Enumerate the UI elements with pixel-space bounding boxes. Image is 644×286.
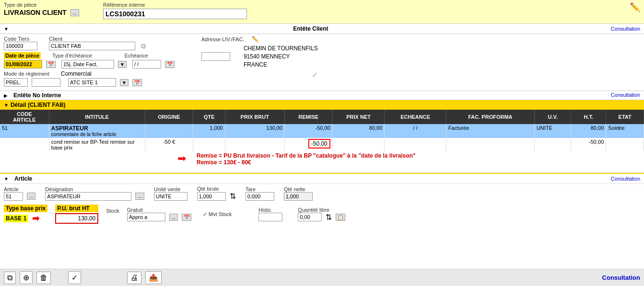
histo-input[interactable] — [258, 213, 282, 221]
entete-no-interne-bar: ▶ Entête No Interne Consultation — [0, 91, 644, 100]
adresse-code-input[interactable] — [201, 52, 230, 61]
calendar-btn[interactable]: 📅 — [46, 61, 56, 68]
pencil-icon: ✏️ — [252, 36, 259, 43]
check-circle-icon: ✓ — [201, 70, 318, 80]
row1-origine — [145, 124, 193, 138]
ref-interne-label: Référence interne — [103, 2, 247, 8]
entete-client-triangle: ▼ — [4, 26, 9, 32]
row2-intitule: cond remise sur BP-Test remise sur base … — [49, 138, 145, 151]
atc-btn[interactable]: ▼ — [120, 79, 129, 86]
adresse-line3: FRANCE — [244, 61, 318, 69]
bottom-consultation: Consultation — [602, 274, 640, 281]
col-echeance: ECHEANCE — [385, 110, 446, 124]
date-piece-input[interactable] — [4, 60, 42, 69]
add-btn[interactable]: ⊕ — [20, 271, 33, 284]
client-input[interactable] — [49, 42, 135, 50]
gratuit-label: Gratuit — [127, 207, 191, 213]
detail-header: ▼ Détail (CLIENT FAB) — [0, 100, 644, 110]
row1-code: 51 — [0, 124, 49, 138]
detail-row-1[interactable]: 51 ASPIRATEUR commentaire de la fiche ar… — [0, 124, 644, 138]
row2-uv — [534, 138, 571, 151]
print-btn[interactable]: 🖨 — [127, 272, 141, 284]
qte-nette-label: Qté nette — [284, 186, 313, 192]
article-fields-row2: Type base prix BASE 1 ➡ P.U. brut HT Sto… — [0, 203, 644, 226]
copy-btn[interactable]: ⧉ — [4, 272, 16, 284]
echeance-cal-btn[interactable]: 📅 — [165, 61, 175, 68]
check-btn[interactable]: ✓ — [68, 271, 81, 284]
atc-input[interactable] — [68, 78, 116, 87]
col-fac-proforma: FAC. PROFORMA — [446, 110, 534, 124]
edit-icon: ✏️ — [630, 2, 640, 12]
export-btn[interactable]: 📤 — [145, 271, 162, 284]
adresse-box: CHEMIN DE TOURNENFILS 91540 MENNECY FRAN… — [244, 45, 318, 69]
type-base-prix-label: Type base prix — [4, 205, 47, 212]
entete-no-interne-title: Entête No Interne — [13, 92, 61, 99]
red-arrow-article: ➡ — [32, 213, 39, 224]
type-base-prix-value: BASE 1 — [4, 215, 28, 222]
qte-nette-input — [284, 192, 313, 201]
ref-interne-input[interactable] — [103, 9, 247, 19]
gratuit-input[interactable] — [127, 213, 165, 221]
type-echeance-label: Type d'échéance — [52, 53, 92, 58]
article-btn[interactable]: ... — [27, 193, 35, 200]
detail-table: CODEARTICLE INTITULE ORIGINE QTE PRIX BR… — [0, 110, 644, 151]
detail-title: Détail (CLIENT FAB) — [11, 102, 66, 108]
article-header: ▼ Article Consultation — [0, 174, 644, 184]
annotation-area: ➡ Remise = PU Brut livraison - Tarif de … — [0, 151, 644, 173]
qte-libre-spinner[interactable]: ⇅ — [326, 213, 332, 222]
article-input[interactable] — [4, 192, 23, 201]
remise-red-box: -50,00 — [308, 139, 330, 149]
detail-table-container: CODEARTICLE INTITULE ORIGINE QTE PRIX BR… — [0, 110, 644, 151]
qte-brute-input[interactable] — [197, 192, 226, 201]
type-echeance-input[interactable] — [61, 60, 114, 69]
entete-no-interne-consultation[interactable]: Consultation — [611, 92, 640, 99]
tare-input[interactable] — [246, 192, 274, 201]
gratuit-cal-btn[interactable]: 📅 — [182, 214, 191, 221]
row1-intitule: ASPIRATEUR commentaire de la fiche artic… — [49, 124, 145, 138]
col-intitule: INTITULE — [49, 110, 145, 124]
echeance-input[interactable] — [132, 60, 161, 69]
article-triangle: ▼ — [4, 176, 9, 182]
row1-remise: -50,00 — [284, 124, 332, 138]
col-uv: U.V. — [534, 110, 571, 124]
article-fields-row1: Article ... Désignation ... Unité vente … — [0, 184, 644, 203]
col-prix-net: PRIX NET — [332, 110, 385, 124]
article-title: Article — [14, 175, 32, 182]
stock-value — [106, 214, 119, 220]
row2-qte — [193, 138, 225, 151]
code-tiers-label: Code Tiers — [4, 36, 37, 42]
prel-input[interactable] — [4, 78, 28, 87]
col-qte: QTE — [193, 110, 225, 124]
qte-libre-btn[interactable]: 📋 — [336, 214, 345, 221]
unite-vente-input[interactable] — [154, 192, 187, 201]
article-label: Article — [4, 186, 35, 192]
histo-label: Histo. — [258, 207, 282, 213]
delete-btn[interactable]: 🗑 — [36, 272, 51, 284]
detail-row-2[interactable]: cond remise sur BP-Test remise sur base … — [0, 138, 644, 151]
code-tiers-input[interactable] — [4, 42, 37, 50]
atc-cal-btn[interactable]: 📅 — [132, 79, 142, 86]
row2-ht: -50,00 — [571, 138, 606, 151]
qte-libre-label: Quantité libre — [298, 207, 345, 213]
designation-input[interactable] — [45, 192, 131, 201]
pu-brut-ht-input[interactable] — [55, 213, 98, 224]
col-etat: ETAT — [606, 110, 644, 124]
row2-fac-proforma — [446, 138, 534, 151]
entete-client-header[interactable]: ▼ Entête Client Consultation — [0, 24, 644, 34]
prel-value-input[interactable] — [32, 78, 60, 87]
type-piece-label: Type de pièce — [4, 2, 79, 8]
qte-libre-input[interactable] — [298, 213, 322, 221]
designation-label: Désignation — [45, 186, 144, 192]
gratuit-btn[interactable]: ... — [169, 214, 178, 221]
qte-brute-spinner[interactable]: ⇅ — [230, 192, 236, 201]
type-echeance-btn[interactable]: ▼ — [118, 61, 127, 68]
qte-brute-label: Qté brute — [197, 186, 236, 192]
designation-btn[interactable]: ... — [135, 193, 144, 200]
col-ht: H.T. — [571, 110, 606, 124]
row2-etat — [606, 138, 644, 151]
unite-vente-label: Unité vente — [154, 186, 187, 192]
type-piece-btn[interactable]: ... — [70, 9, 79, 16]
row1-fac-proforma: Facturée — [446, 124, 534, 138]
article-consultation[interactable]: Consultation — [611, 176, 640, 182]
entete-client-consultation[interactable]: Consultation — [611, 26, 640, 32]
